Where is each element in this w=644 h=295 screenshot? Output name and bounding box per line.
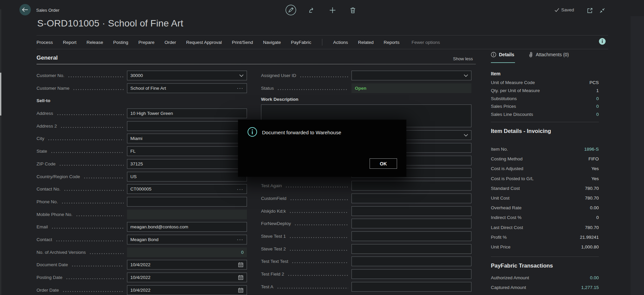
order-date-input[interactable]: 10/4/2022 <box>127 285 247 295</box>
chevron-down-icon[interactable] <box>464 74 468 77</box>
menu-navigate[interactable]: Navigate <box>263 40 281 45</box>
edit-button[interactable] <box>285 4 297 16</box>
customfield-input[interactable] <box>351 194 471 203</box>
factbox-row: Substitutions 0 <box>491 94 599 102</box>
calendar-icon[interactable] <box>238 262 244 268</box>
ok-button[interactable]: OK <box>370 158 397 169</box>
test-again-input[interactable] <box>351 181 471 191</box>
menu-release[interactable]: Release <box>86 40 103 45</box>
show-less-link[interactable]: Show less <box>453 56 473 61</box>
factbox-row: Overhead Rate 0.00 <box>491 203 599 213</box>
email-input[interactable]: meagan.bond@contoso.com <box>127 222 247 232</box>
city-input[interactable]: Miami <box>127 134 247 143</box>
address-input[interactable]: 10 High Tower Green <box>127 108 247 118</box>
substitutions-link[interactable]: 0 <box>596 96 599 101</box>
zip-code-input[interactable]: 37125 <box>127 159 247 169</box>
assist-edit-icon[interactable]: ··· <box>237 188 244 191</box>
state-input[interactable]: FL <box>127 146 247 156</box>
calendar-icon[interactable] <box>238 287 244 293</box>
info-circle-icon <box>491 52 496 57</box>
left-scrollbar-track[interactable] <box>0 9 1 295</box>
factbox-row: Standard Cost 780.70 <box>491 183 599 193</box>
contact-no-input[interactable]: CT000005 ··· <box>127 184 247 194</box>
test-a-input[interactable] <box>351 282 471 292</box>
new-button[interactable] <box>327 4 338 16</box>
country-region-code-input[interactable]: US <box>127 172 247 181</box>
popout-icon <box>587 8 593 13</box>
field-label: Posting Date <box>37 275 62 280</box>
dotted-leader <box>59 165 124 166</box>
dotted-leader <box>57 114 124 115</box>
dotted-leader <box>83 177 124 178</box>
info-circle-filled-icon <box>599 38 606 45</box>
menu-payfabric[interactable]: PayFabric <box>291 40 311 45</box>
phone-no-input[interactable] <box>127 197 247 207</box>
dialog-message: Document forwarded to Warehouse <box>262 130 341 135</box>
delete-button[interactable] <box>347 4 359 16</box>
archived-versions-link[interactable]: 0 <box>241 250 244 255</box>
menu-related[interactable]: Related <box>358 40 374 45</box>
dotted-leader <box>289 212 348 213</box>
field-row: Phone No. <box>37 197 247 207</box>
general-section-heading[interactable]: General <box>37 55 58 61</box>
tab-attachments[interactable]: Attachments (0) <box>528 52 569 57</box>
field-label: Contact <box>37 237 52 242</box>
field-label: No. of Archived Versions <box>37 250 86 255</box>
captured-amount-link[interactable]: 1,277.15 <box>581 285 599 290</box>
menu-process[interactable]: Process <box>37 40 53 45</box>
calendar-icon[interactable] <box>238 275 244 280</box>
item-no-link[interactable]: 1896-S <box>584 147 599 152</box>
saved-label: Saved <box>561 7 574 12</box>
test-field-2-input[interactable] <box>351 269 471 279</box>
field-label: Customer No. <box>37 73 64 78</box>
menu-posting[interactable]: Posting <box>113 40 128 45</box>
customer-no-input[interactable]: 30000 <box>127 71 247 80</box>
field-row: Alskjdo Kd;k <box>261 206 471 216</box>
menu-fewer-options[interactable]: Fewer options <box>411 40 440 45</box>
sales-line-discounts-link[interactable]: 0 <box>596 112 599 117</box>
steve-test-2-input[interactable] <box>351 244 471 254</box>
menu-actions[interactable]: Actions <box>333 40 348 45</box>
field-row: CustomField <box>261 194 471 203</box>
steve-test-1-input[interactable] <box>351 231 471 241</box>
status-open-value: Open <box>355 86 468 91</box>
check-icon <box>555 8 559 12</box>
menu-request-approval[interactable]: Request Approval <box>186 40 222 45</box>
field-label: City <box>37 136 44 141</box>
fornewdeploy-input[interactable] <box>351 219 471 228</box>
share-button[interactable] <box>306 4 317 16</box>
open-in-new-window-button[interactable] <box>586 7 593 14</box>
sales-prices-link[interactable]: 0 <box>596 104 599 109</box>
page-info-button[interactable] <box>599 38 606 45</box>
menu-print-send[interactable]: Print/Send <box>232 40 253 45</box>
menu-report[interactable]: Report <box>63 40 77 45</box>
assist-edit-icon[interactable]: ··· <box>237 86 244 90</box>
field-row: Customer No. 30000 <box>37 71 247 80</box>
assist-edit-icon[interactable]: ··· <box>237 238 244 241</box>
field-label: Alskjdo Kd;k <box>261 209 286 214</box>
field-row: Posting Date 10/4/2022 <box>37 273 247 282</box>
posting-date-input[interactable]: 10/4/2022 <box>127 273 247 282</box>
action-bar-separator <box>322 39 322 46</box>
factbox-row: Cost is Posted to G/L Yes <box>491 174 599 183</box>
tab-details[interactable]: Details <box>491 52 514 57</box>
test-text-test-input[interactable] <box>351 256 471 266</box>
document-date-input[interactable]: 10/4/2022 <box>127 260 247 270</box>
back-button[interactable] <box>19 4 31 15</box>
menu-reports[interactable]: Reports <box>384 40 399 45</box>
menu-prepare[interactable]: Prepare <box>138 40 154 45</box>
assigned-user-id-input[interactable] <box>351 71 471 80</box>
collapse-pane-button[interactable] <box>598 7 606 14</box>
contact-input[interactable]: Meagan Bond ··· <box>127 235 247 244</box>
address-2-input[interactable] <box>127 121 247 131</box>
field-row: Status Open <box>261 83 471 93</box>
left-scrollbar-thumb[interactable] <box>0 73 1 116</box>
customer-name-input[interactable]: School of Fine Art ··· <box>127 83 247 93</box>
chevron-down-icon[interactable] <box>464 134 468 137</box>
dotted-leader <box>76 215 124 216</box>
authorized-amount-link[interactable]: 0.00 <box>590 275 599 280</box>
factbox-row: Profit % 21.99241 <box>491 232 599 242</box>
alskjdo-kdk-input[interactable] <box>351 206 471 216</box>
chevron-down-icon[interactable] <box>239 74 244 77</box>
menu-order[interactable]: Order <box>165 40 176 45</box>
